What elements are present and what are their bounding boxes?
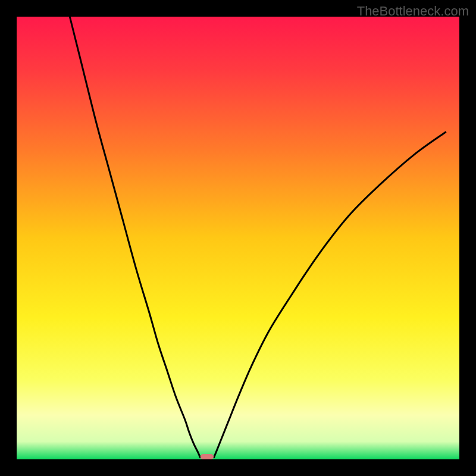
optimal-marker bbox=[201, 454, 214, 459]
plot-background bbox=[17, 17, 459, 459]
bottleneck-chart bbox=[0, 0, 476, 476]
watermark-text: TheBottleneck.com bbox=[357, 4, 469, 19]
